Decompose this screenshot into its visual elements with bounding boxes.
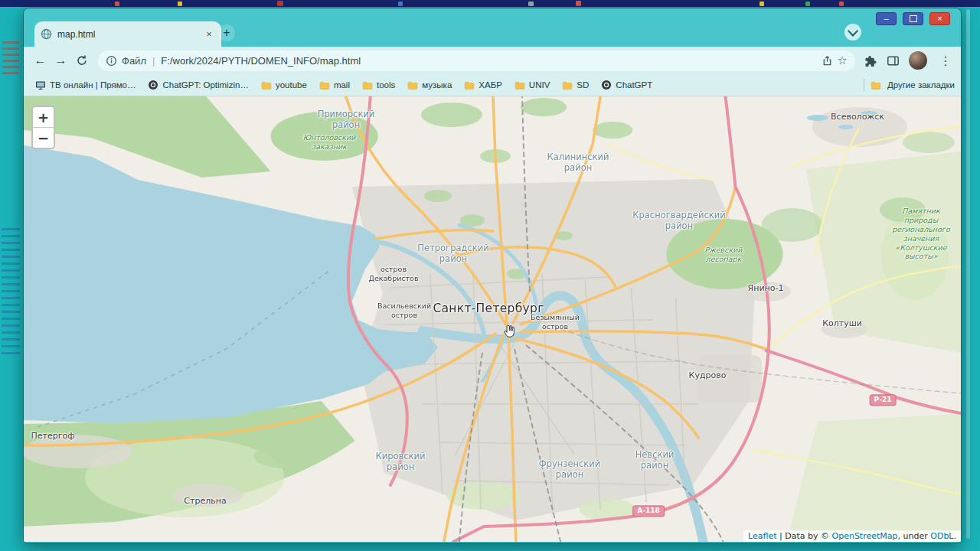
other-bookmarks-button[interactable]: Другие закладки	[864, 79, 955, 91]
attribution-period: .	[954, 531, 957, 541]
tab-title: map.html	[57, 29, 198, 40]
bookmark-label: tools	[377, 80, 395, 90]
desktop-icon-fragment	[760, 2, 764, 6]
bookmark-label: mail	[334, 80, 350, 90]
window-controls: – ×	[870, 12, 950, 25]
desktop-background: map.html × + – × ← →	[0, 0, 980, 551]
bookmark-label: ХАБР	[479, 80, 502, 90]
maximize-button[interactable]	[903, 12, 923, 25]
chevron-down-icon	[848, 26, 858, 37]
bookmarks-list: ТВ онлайн | Прямо… ChatGPT: Optimizin…	[30, 77, 658, 93]
url-divider: |	[151, 55, 156, 67]
desktop-icon-fragment	[528, 2, 534, 6]
bookmark-star-icon[interactable]: ☆	[838, 54, 848, 67]
url-scheme-label: Файл	[122, 55, 146, 67]
bookmark-item[interactable]: ChatGPT	[596, 77, 658, 93]
desktop-scrollbar-fragment	[966, 9, 970, 539]
bookmark-item[interactable]: mail	[314, 78, 355, 93]
browser-menu-icon[interactable]: ⋮	[936, 54, 955, 68]
desktop-icon-fragment	[178, 2, 182, 6]
bookmark-item[interactable]: SD	[557, 78, 594, 93]
bookmark-item[interactable]: youtube	[256, 78, 312, 93]
desktop-icon-fragment	[398, 2, 403, 6]
desktop-icon-fragment	[805, 2, 810, 6]
desktop-icon-fragment	[839, 2, 844, 6]
desktop-icon-fragment	[277, 1, 283, 6]
bookmarks-bar: ТВ онлайн | Прямо… ChatGPT: Optimizin…	[24, 74, 961, 96]
odbl-link[interactable]: ODbL	[930, 531, 953, 541]
page-info-icon[interactable]	[106, 55, 117, 67]
share-icon[interactable]	[822, 55, 833, 67]
folder-icon	[514, 80, 525, 90]
bookmark-item[interactable]: ХАБР	[459, 78, 508, 93]
bookmark-label: ChatGPT: Optimizin…	[162, 80, 248, 90]
address-bar[interactable]: Файл | F:/work/2024/PYTH/DOMEN_INFO/map.…	[98, 51, 855, 71]
folder-icon	[362, 80, 373, 90]
bookmark-item[interactable]: UNIV	[509, 78, 555, 93]
globe-favicon-icon	[41, 28, 52, 40]
toolbar-right-icons: ⋮	[864, 51, 955, 70]
map-canvas[interactable]: Приморский районЮнтоловский заказникКали…	[24, 96, 961, 542]
folder-icon	[407, 80, 418, 90]
attribution-divider: |	[777, 531, 786, 541]
zoom-control: + −	[31, 106, 55, 149]
navigation-toolbar: ← → Файл | F:/work/2024/PYTH/D	[24, 47, 961, 74]
desktop-text-fragment	[2, 41, 19, 77]
openstreetmap-link[interactable]: OpenStreetMap	[832, 531, 898, 541]
back-button[interactable]: ←	[30, 51, 51, 71]
zoom-in-button[interactable]: +	[33, 107, 54, 127]
desktop-top-strip	[0, 0, 980, 7]
url-text: F:/work/2024/PYTH/DOMEN_INFO/map.html	[161, 55, 816, 67]
forward-button[interactable]: →	[51, 51, 71, 71]
map-attribution: Leaflet | Data by © OpenStreetMap, under…	[743, 530, 961, 542]
tab-strip: map.html × + – ×	[24, 8, 961, 47]
tv-favicon-icon	[35, 80, 46, 90]
extensions-puzzle-icon[interactable]	[864, 54, 877, 67]
bookmark-item[interactable]: tools	[357, 78, 400, 93]
bookmark-item[interactable]: ChatGPT: Optimizin…	[142, 77, 253, 93]
minimize-button[interactable]: –	[876, 12, 897, 25]
browser-tab[interactable]: map.html ×	[34, 21, 221, 47]
other-bookmarks-label: Другие закладки	[887, 80, 955, 90]
attribution-under-text: , under	[898, 531, 931, 541]
bookmark-label: UNIV	[529, 80, 550, 90]
close-window-button[interactable]: ×	[929, 12, 950, 25]
maximize-icon	[910, 15, 917, 22]
bookmark-label: youtube	[276, 80, 307, 90]
folder-icon	[261, 80, 272, 90]
folder-icon	[464, 80, 475, 90]
desktop-icon-fragment	[115, 2, 119, 6]
bookmark-item[interactable]: музыка	[402, 78, 457, 93]
folder-icon	[871, 80, 881, 90]
tab-close-icon[interactable]: ×	[203, 28, 215, 41]
bookmarks-separator	[864, 79, 864, 91]
leaflet-link[interactable]: Leaflet	[748, 531, 776, 541]
bookmark-label: ChatGPT	[616, 80, 652, 90]
chatgpt-favicon-icon	[601, 80, 612, 90]
folder-icon	[319, 80, 330, 90]
attribution-text: Data by ©	[785, 531, 831, 541]
reload-button[interactable]	[71, 51, 92, 71]
bookmark-label: музыка	[422, 80, 452, 90]
bookmark-label: ТВ онлайн | Прямо…	[50, 80, 136, 90]
folder-icon	[562, 80, 573, 90]
side-panel-icon[interactable]	[887, 54, 900, 67]
bookmark-label: SD	[577, 80, 589, 90]
tab-search-chevron-button[interactable]	[844, 24, 861, 41]
desktop-icon-fragment	[576, 1, 581, 6]
browser-window: map.html × + – × ← →	[23, 8, 962, 543]
bookmark-item[interactable]: ТВ онлайн | Прямо…	[30, 78, 141, 93]
chatgpt-favicon-icon	[148, 80, 158, 90]
desktop-text-fragment	[2, 228, 20, 358]
profile-avatar[interactable]	[909, 51, 927, 70]
map-tiles	[24, 96, 961, 542]
new-tab-button[interactable]: +	[218, 24, 235, 41]
zoom-out-button[interactable]: −	[33, 127, 54, 148]
